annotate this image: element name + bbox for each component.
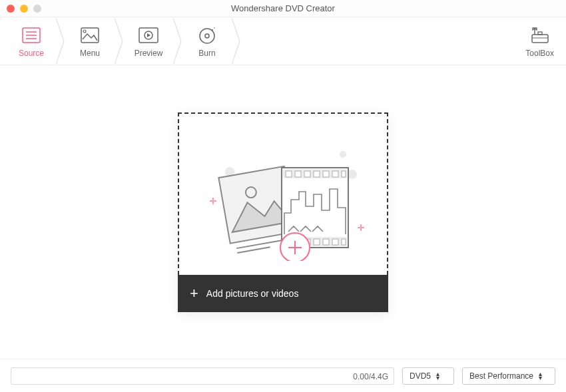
disc-type-select[interactable]: DVD5 ▴▾ — [402, 367, 454, 385]
toolbox-label: ToolBox — [525, 49, 554, 58]
workflow-tabs: Source Menu — [7, 18, 241, 65]
svg-point-17 — [340, 151, 346, 158]
menu-icon — [81, 25, 99, 46]
tab-separator — [115, 18, 124, 65]
drop-zone[interactable] — [178, 112, 388, 275]
svg-rect-31 — [295, 171, 301, 177]
svg-rect-36 — [342, 171, 346, 177]
tab-menu[interactable]: Menu — [65, 18, 115, 65]
svg-line-26 — [237, 247, 270, 253]
svg-point-8 — [200, 29, 214, 43]
source-icon — [22, 25, 41, 46]
toolbox-button[interactable]: ToolBox — [520, 25, 559, 58]
svg-point-9 — [205, 34, 209, 38]
tab-source[interactable]: Source — [7, 18, 56, 65]
svg-point-5 — [83, 30, 86, 33]
tab-burn[interactable]: Burn — [182, 18, 232, 65]
svg-rect-32 — [304, 171, 310, 177]
tab-label: Burn — [198, 49, 215, 58]
tab-separator — [173, 18, 182, 65]
svg-rect-34 — [323, 171, 329, 177]
titlebar: Wondershare DVD Creator — [0, 0, 566, 17]
svg-rect-13 — [538, 32, 542, 35]
svg-rect-42 — [332, 239, 338, 245]
burn-icon — [198, 25, 216, 46]
svg-rect-43 — [342, 239, 346, 245]
add-media-label: Add pictures or videos — [206, 288, 299, 299]
svg-point-11 — [214, 27, 215, 29]
tab-label: Menu — [80, 49, 100, 58]
tab-separator — [56, 18, 65, 65]
tab-separator — [232, 18, 241, 65]
toolbox-icon — [530, 25, 550, 46]
svg-point-10 — [212, 29, 213, 31]
plus-icon: + — [190, 285, 198, 302]
svg-rect-41 — [323, 239, 329, 245]
window-controls — [7, 5, 41, 13]
disc-type-value: DVD5 — [410, 371, 431, 381]
svg-point-18 — [348, 170, 357, 179]
tab-label: Preview — [135, 49, 163, 58]
close-button[interactable] — [7, 5, 15, 13]
main-area: + Add pictures or videos — [0, 65, 566, 359]
quality-value: Best Performance — [469, 371, 533, 381]
media-placeholder-illustration — [190, 128, 376, 261]
svg-rect-35 — [332, 171, 338, 177]
disc-usage-label: 0.00/4.4G — [353, 368, 388, 385]
stepper-icon: ▴▾ — [436, 372, 439, 380]
drop-card: + Add pictures or videos — [178, 112, 388, 312]
add-media-button[interactable]: + Add pictures or videos — [178, 275, 388, 312]
disc-usage-bar: 0.00/4.4G — [11, 367, 394, 385]
svg-rect-33 — [314, 171, 320, 177]
tab-preview[interactable]: Preview — [124, 18, 173, 65]
quality-select[interactable]: Best Performance ▴▾ — [462, 367, 555, 385]
window-title: Wondershare DVD Creator — [0, 3, 566, 13]
tab-label: Source — [19, 49, 44, 58]
preview-icon — [139, 25, 158, 46]
svg-rect-40 — [314, 239, 320, 245]
svg-rect-12 — [532, 35, 548, 43]
stepper-icon: ▴▾ — [539, 372, 542, 380]
svg-rect-30 — [286, 171, 292, 177]
minimize-button[interactable] — [20, 5, 28, 13]
maximize-button[interactable] — [33, 5, 41, 13]
toolbar: Source Menu — [0, 17, 566, 65]
status-bar: 0.00/4.4G DVD5 ▴▾ Best Performance ▴▾ — [0, 359, 566, 392]
